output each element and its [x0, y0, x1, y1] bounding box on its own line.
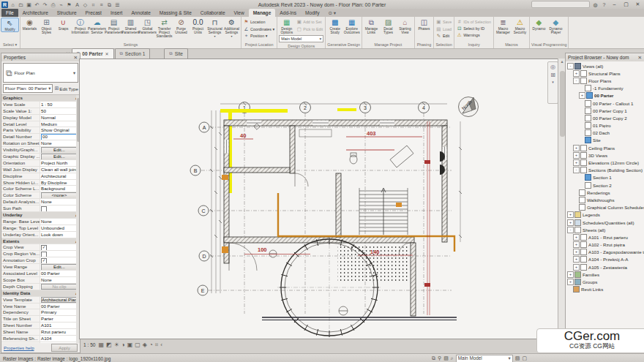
decal-types-button[interactable]: ▨Decal Types	[380, 18, 397, 34]
prop-view-range[interactable]: View RangeEdit...	[1, 264, 80, 271]
object-styles-button[interactable]: ⊞Object Styles	[38, 18, 55, 34]
macro-security-button[interactable]: ⚠Macro Security	[512, 18, 528, 34]
collapse-icon[interactable]: -	[573, 167, 580, 173]
prop-view-template[interactable]: View TemplateArchitectural Plan	[1, 297, 80, 303]
editable-only-icon[interactable]: ▧	[515, 355, 520, 361]
explore-outcomes-button[interactable]: ▦Explore Outcomes	[343, 18, 360, 34]
tree-item-sheets-all[interactable]: -Sheets (all)	[566, 226, 644, 233]
project-browser-tree[interactable]: -Views (all)+Structural Plans-Floor Plan…	[566, 61, 644, 352]
steering-wheel-icon[interactable]: ◎	[550, 64, 555, 70]
sun-path-icon[interactable]: ☀	[114, 342, 119, 349]
ribbon-tab-architecture[interactable]: Architecture	[18, 9, 53, 17]
temporary-hide-icon[interactable]: ◈	[143, 342, 147, 349]
tree-item-a105-zestawienia[interactable]: +A105 - Zestawienia	[566, 263, 644, 271]
prop-rotation-on-sheet[interactable]: Rotation on SheetNone	[1, 140, 80, 147]
prop-title-on-sheet[interactable]: Title on SheetParter	[1, 316, 80, 323]
prop-associated-level[interactable]: Associated Level00 Parter	[1, 271, 80, 277]
ribbon-tab-annotate[interactable]: Annotate	[127, 9, 154, 17]
prop-scope-box[interactable]: Scope BoxNone	[1, 277, 80, 284]
tree-item-01-pi-tro[interactable]: 01 Piętro	[566, 122, 644, 129]
apply-button[interactable]: Apply	[51, 344, 78, 352]
drawing-canvas[interactable]: 1234ABCDE	[79, 59, 558, 339]
active-design-option-combo[interactable]: Main Model ▾	[456, 355, 513, 362]
collapse-icon[interactable]: -	[567, 227, 574, 233]
detail-level-icon[interactable]: ▦	[99, 342, 105, 349]
north-arrow[interactable]: North	[459, 97, 479, 117]
edit-button[interactable]: ✎Edit	[436, 33, 452, 39]
tree-item-legends[interactable]: +Legends	[566, 211, 644, 219]
tree-item-site[interactable]: Site	[566, 137, 644, 144]
shared-parameters-button[interactable]: ▥Shared Parameters	[122, 18, 139, 34]
prop-default-analysis[interactable]: Default Analysis...None	[1, 199, 80, 205]
expand-icon[interactable]: +	[573, 241, 580, 248]
project-browser-header[interactable]: Project Browser - Nowy dom ✕	[566, 53, 644, 61]
redo-icon[interactable]: ↷	[42, 1, 48, 8]
expand-icon[interactable]: +	[573, 145, 580, 151]
prop-color-scheme[interactable]: Color Scheme<none>	[1, 192, 80, 199]
prop-view-name[interactable]: View Name00 Parter	[1, 303, 80, 310]
zoom-tool-icon[interactable]: ⊞	[550, 72, 555, 78]
measure-icon[interactable]: ⌁	[58, 1, 64, 8]
revit-logo[interactable]: R	[1, 1, 8, 8]
navigation-bar[interactable]: ◎ ⊞ ▾	[547, 61, 558, 104]
warnings-button[interactable]: ⚠Warnings	[457, 32, 491, 38]
structural-settings-button[interactable]: ⊓Structural Settings▾	[206, 18, 223, 38]
prop-scale-value-1[interactable]: Scale Value 1:50	[1, 108, 80, 115]
view-tab-section-1[interactable]: ⧉Section 1	[115, 48, 151, 59]
prop-view-scale[interactable]: View Scale1 : 50	[1, 102, 80, 108]
expand-icon[interactable]: +	[567, 219, 574, 226]
scale-button[interactable]: 1 : 50	[83, 342, 96, 347]
tree-item-section-2[interactable]: Section 2	[566, 181, 644, 189]
tree-item-a102-rzut-pi-tra[interactable]: +A102 - Rzut piętra	[566, 241, 644, 249]
prop-referencing-det[interactable]: Referencing Det...A	[1, 342, 80, 343]
fixtures-layer[interactable]	[254, 124, 445, 315]
prop-sun-path[interactable]: Sun Path	[1, 205, 80, 212]
tree-item-3d-views[interactable]: +3D Views	[566, 151, 644, 159]
expand-icon[interactable]: +	[567, 211, 574, 218]
ids-of-selection-button[interactable]: #IDs of Selection	[457, 19, 491, 24]
materials-button[interactable]: ◉Materials	[21, 18, 38, 31]
prop-range-top-level[interactable]: Range: Top LevelUnbounded	[1, 225, 80, 232]
purge-unused-button[interactable]: ⊘Purge Unused	[173, 18, 190, 34]
ribbon-tab-modify[interactable]: Modify	[301, 9, 323, 17]
close-tab-icon[interactable]: ✕	[105, 51, 109, 56]
tree-item-graphical-column-schedules[interactable]: Graphical Column Schedules	[566, 204, 644, 211]
project-information-button[interactable]: ⓘProject Information	[72, 18, 89, 34]
close-button[interactable]: ✕	[633, 1, 643, 8]
tree-item-revit-links[interactable]: Revit Links	[566, 286, 644, 293]
text-icon[interactable]: A	[74, 1, 80, 8]
quick-access-toolbar[interactable]: R⌂🗀▣↶↷⎙⌁⚑A◇⌗≡⧉☰	[0, 1, 121, 8]
walls-layer[interactable]	[224, 120, 447, 316]
section-underlay[interactable]: Underlay▴	[1, 212, 80, 219]
expand-icon[interactable]: +	[573, 249, 580, 255]
show-crop-icon[interactable]: ▢	[135, 342, 141, 349]
prop-orientation[interactable]: OrientationProject North	[1, 160, 80, 167]
maximize-button[interactable]: ▢	[621, 1, 631, 8]
modify-button[interactable]: ⇖Modify	[1, 18, 19, 32]
properties-close-icon[interactable]: ✕	[73, 55, 78, 61]
ribbon-tab-add-ins[interactable]: Add-Ins	[275, 9, 301, 17]
additional-settings-button[interactable]: ⚙Additional Settings▾	[223, 18, 240, 38]
prop-visibility-graphi[interactable]: Visibility/Graphi...Edit...	[1, 147, 80, 154]
ribbon-tab-file[interactable]: File	[1, 9, 18, 17]
home-icon[interactable]: ⌂	[10, 1, 16, 8]
type-combo[interactable]: Floor Plan: 00 Parter ▾	[3, 84, 53, 93]
tree-item-00-parter-copy-1[interactable]: 00 Parter Copy 1	[566, 107, 644, 114]
switch-windows-icon[interactable]: ⧉	[106, 1, 113, 8]
customize-icon[interactable]: ☰	[114, 1, 121, 8]
tree-item-groups[interactable]: +Groups	[566, 278, 644, 285]
tree-item-a104-przekr-j-a-a[interactable]: +A104 - Przekrój A-A	[566, 256, 644, 263]
print-icon[interactable]: ⎙	[50, 1, 56, 8]
prop-sheet-name[interactable]: Sheet NameRzut parteru	[1, 329, 80, 336]
tree-item-a101-rzut-parteru[interactable]: +A101 - Rzut parteru	[566, 233, 644, 241]
prop-discipline[interactable]: DisciplineArchitectural	[1, 173, 80, 180]
section-identity-data[interactable]: Identity Data▴	[1, 290, 80, 297]
transfer-project-standards-button[interactable]: ⇄Transfer Project Standards	[156, 18, 173, 38]
thin-lines-icon[interactable]: ≡	[98, 1, 105, 8]
stairs[interactable]	[359, 188, 408, 235]
section-graphics[interactable]: Graphics▴	[1, 95, 80, 102]
expand-icon[interactable]: +	[573, 159, 580, 166]
tree-item-00-parter-callout-1[interactable]: 00 Parter - Callout 1	[566, 99, 644, 107]
project-browser-close-icon[interactable]: ✕	[637, 55, 642, 61]
ribbon-tab-[interactable]: ⊙ ▾	[323, 9, 340, 17]
